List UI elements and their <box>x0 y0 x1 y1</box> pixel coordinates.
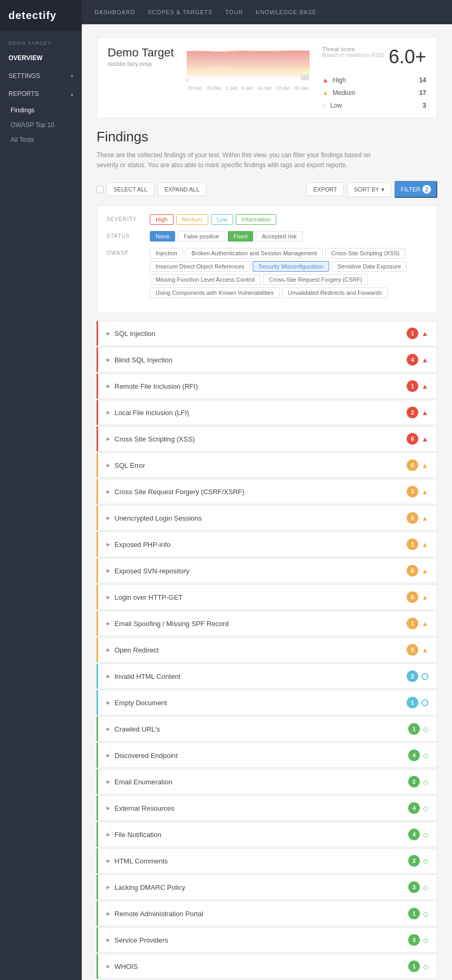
sidebar-item-settings[interactable]: SETTINGS ▾ <box>0 67 82 85</box>
finding-count-badge: 1 <box>407 328 418 339</box>
nav-tour[interactable]: TOUR <box>225 2 243 23</box>
finding-item[interactable]: ▶ SQL Injection 1 ▲ <box>97 321 437 346</box>
owasp-tag-xss[interactable]: Cross-Site Scripting (XSS) <box>325 248 406 258</box>
finding-item[interactable]: ▶ Remote File Inclusion (RFI) 1 ▲ <box>97 373 437 399</box>
finding-count-badge: 4 <box>408 829 420 840</box>
severity-tag-low[interactable]: Low <box>211 214 233 225</box>
sidebar-item-overview[interactable]: OVERVIEW <box>0 49 82 67</box>
status-tag-none[interactable]: None <box>150 231 175 242</box>
diamond-green-icon: ◇ <box>423 936 428 944</box>
finding-count-badge: 3 <box>408 934 420 946</box>
owasp-tag-csrf[interactable]: Cross-Site Request Forgery (CSRF) <box>263 274 368 285</box>
finding-item[interactable]: ▶ Crawled URL's 1 ◇ <box>97 716 437 742</box>
status-tag-false-positive[interactable]: False positive <box>178 231 225 242</box>
chevron-icon: ▾ <box>71 73 73 79</box>
finding-item[interactable]: ▶ Email Spoofing / Missing SPF Record 1 … <box>97 611 437 636</box>
owasp-tag-insecure-direct[interactable]: Insecure Direct Object References <box>150 261 250 272</box>
finding-name: Exposed SVN-repository <box>114 567 407 575</box>
finding-count-badge: 1 <box>407 697 418 708</box>
finding-item[interactable]: ▶ Cross Site Scripting (XSS) 6 ▲ <box>97 426 437 451</box>
finding-item[interactable]: ▶ Remote Administration Portal 1 ◇ <box>97 901 437 926</box>
severity-low-label: Low <box>330 102 342 109</box>
severity-tag-medium[interactable]: Medium <box>176 214 208 225</box>
finding-expand-arrow: ▶ <box>107 858 110 863</box>
export-button[interactable]: EXPORT <box>306 182 344 196</box>
select-all-button[interactable]: SELECT ALL <box>107 182 155 196</box>
triangle-orange-icon: ▲ <box>421 514 428 522</box>
diamond-green-icon: ◇ <box>423 831 428 839</box>
sidebar-item-all-tests[interactable]: All Tests <box>0 132 82 147</box>
sidebar-item-reports[interactable]: REPORTS ▴ <box>0 85 82 103</box>
finding-name: Service Providers <box>114 936 408 944</box>
owasp-tag-unvalidated[interactable]: Unvalidated Redirects and Forwards <box>282 287 388 298</box>
finding-item[interactable]: ▶ Lacking DMARC Policy 3 ◇ <box>97 875 437 900</box>
threat-score-sub: Based on maximum (XSS) <box>322 52 384 58</box>
finding-item[interactable]: ▶ Cross Site Request Forgery (CSRF/XSRF)… <box>97 479 437 504</box>
medium-icon: ▲ <box>322 89 329 97</box>
finding-name: Blind SQL Injection <box>114 356 407 364</box>
finding-item[interactable]: ▶ Empty Document 1 <box>97 690 437 715</box>
finding-item[interactable]: ▶ File Notification 4 ◇ <box>97 822 437 847</box>
threat-score-value: 6.0+ <box>389 46 426 68</box>
triangle-orange-icon: ▲ <box>421 541 428 549</box>
finding-item[interactable]: ▶ Unencrypted Login Sessions 6 ▲ <box>97 505 437 531</box>
expand-all-button[interactable]: EXPAND ALL <box>158 182 206 196</box>
sidebar: detectify DEMO TARGET OVERVIEW SETTINGS … <box>0 0 82 980</box>
finding-item[interactable]: ▶ Invalid HTML Content 2 <box>97 664 437 689</box>
finding-item[interactable]: ▶ Login over HTTP-GET 6 ▲ <box>97 584 437 610</box>
finding-count-badge: 1 <box>408 960 420 972</box>
select-all-checkbox[interactable] <box>97 186 103 193</box>
triangle-orange-icon: ▲ <box>421 567 428 575</box>
filter-button[interactable]: FILTER 2 <box>395 181 437 198</box>
finding-item[interactable]: ▶ WHOIS 1 ◇ <box>97 954 437 979</box>
finding-item[interactable]: ▶ HTML Comments 2 ◇ <box>97 848 437 873</box>
sidebar-item-label: OVERVIEW <box>8 54 42 62</box>
finding-item[interactable]: ▶ Discovered Endpoint 4 ◇ <box>97 743 437 768</box>
sidebar-item-owasp[interactable]: OWASP Top 10 <box>0 118 82 132</box>
high-icon: ▲ <box>322 76 329 84</box>
toolbar-right: EXPORT SORT BY ▾ FILTER 2 <box>306 181 437 198</box>
finding-item[interactable]: ▶ Service Providers 3 ◇ <box>97 927 437 953</box>
finding-expand-arrow: ▶ <box>107 805 110 811</box>
finding-expand-arrow: ▶ <box>107 515 110 521</box>
owasp-tag-broken-auth[interactable]: Broken Authentication and Session Manage… <box>186 248 323 258</box>
finding-item[interactable]: ▶ Exposed PHP-info 1 ▲ <box>97 532 437 557</box>
finding-item[interactable]: ▶ Blind SQL Injection 4 ▲ <box>97 347 437 372</box>
owasp-tag-security-misconfig[interactable]: Security Misconfiguration <box>253 261 329 272</box>
nav-scopes[interactable]: SCOPES & TARGETS <box>148 2 213 23</box>
main-content: DASHBOARD SCOPES & TARGETS TOUR KNOWLEDG… <box>82 0 452 980</box>
finding-item[interactable]: ▶ Local File Inclusion (LFI) 2 ▲ <box>97 400 437 425</box>
threat-score-labels: Threat score Based on maximum (XSS) <box>322 46 384 58</box>
status-tag-accepted-risk[interactable]: Accepted risk <box>256 231 302 242</box>
threat-score-label: Threat score <box>322 46 384 52</box>
severity-low-count: 3 <box>422 102 426 109</box>
finding-count-badge: 2 <box>408 855 420 867</box>
severity-tag-information[interactable]: Information <box>236 214 276 225</box>
finding-item[interactable]: ▶ Email Enumeration 2 ◇ <box>97 769 437 794</box>
nav-knowledge[interactable]: KNOWLEDGE BASE <box>256 2 316 23</box>
sidebar-item-findings[interactable]: Findings <box>0 103 82 118</box>
owasp-tag-sensitive-data[interactable]: Sensitive Data Exposure <box>332 261 407 272</box>
diamond-green-icon: ◇ <box>423 725 428 733</box>
threat-score-section: Threat score Based on maximum (XSS) 6.0+… <box>322 46 426 109</box>
nav-dashboard[interactable]: DASHBOARD <box>94 2 135 23</box>
severity-tag-high[interactable]: High <box>150 214 174 225</box>
finding-item[interactable]: ▶ External Resources 4 ◇ <box>97 795 437 821</box>
finding-name: WHOIS <box>114 963 408 971</box>
finding-item[interactable]: ▶ Open Redirect 6 ▲ <box>97 637 437 662</box>
owasp-tag-known-vuln[interactable]: Using Components with Known Vulnerabilit… <box>150 287 280 298</box>
status-tag-fixed[interactable]: Fixed <box>228 231 254 242</box>
circle-blue-icon <box>421 673 428 680</box>
triangle-red-icon: ▲ <box>421 382 428 390</box>
owasp-tag-missing-function[interactable]: Missing Function Level Access Control <box>150 274 261 285</box>
finding-name: Unencrypted Login Sessions <box>114 514 407 522</box>
finding-item[interactable]: ▶ SQL Error 6 ▲ <box>97 453 437 478</box>
findings-toolbar: SELECT ALL EXPAND ALL EXPORT SORT BY ▾ F… <box>97 181 437 198</box>
severity-filter-tags: High Medium Low Information <box>150 214 276 225</box>
finding-item[interactable]: ▶ Exposed SVN-repository 6 ▲ <box>97 558 437 583</box>
diamond-green-icon: ◇ <box>423 910 428 918</box>
sort-by-button[interactable]: SORT BY ▾ <box>347 182 391 197</box>
owasp-tag-injection[interactable]: Injection <box>150 248 183 258</box>
finding-count-badge: 4 <box>407 354 418 366</box>
finding-expand-arrow: ▶ <box>107 964 110 969</box>
